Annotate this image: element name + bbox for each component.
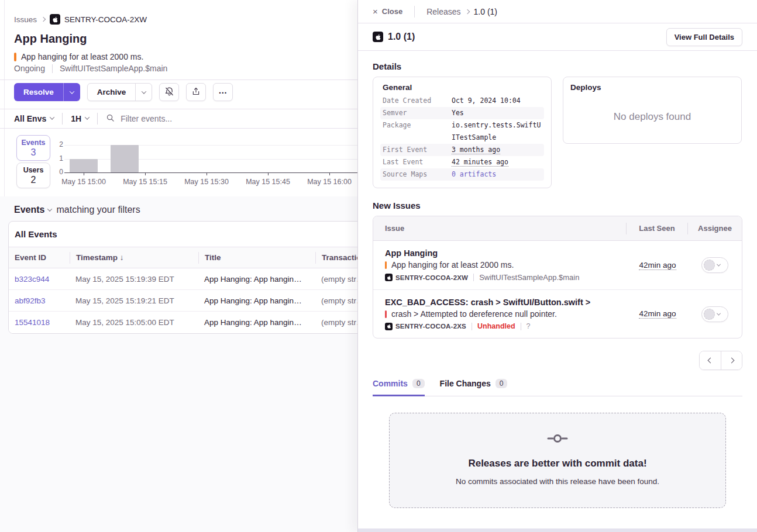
tab-file-changes-count: 0 (496, 379, 508, 388)
release-title-label: 1.0 (1) (388, 32, 415, 42)
event-id-link[interactable]: abf92fb3 (15, 296, 46, 305)
events-dataset-select[interactable]: Events (14, 205, 51, 215)
general-row: Source Maps 0 artifacts (380, 168, 544, 181)
horizontal-scrollbar[interactable] (358, 528, 757, 532)
source-maps-link[interactable]: 0 artifacts (452, 170, 496, 178)
environment-select[interactable]: All Envs (14, 114, 54, 123)
filter-bar: All Envs 1H (14, 110, 296, 127)
unassigned-avatar (704, 260, 715, 271)
divider (0, 128, 357, 129)
breadcrumb-project: SENTRY-COCOA-2XW (50, 14, 147, 25)
new-issues-table: Issue Last Seen Assignee App Hanging App… (373, 216, 742, 338)
last-seen-time: 42min ago (639, 261, 676, 270)
level-indicator-bar (385, 310, 387, 318)
close-button[interactable]: × Close (373, 7, 402, 16)
general-value-last-event: 42 minutes ago (452, 158, 508, 167)
archive-dropdown-button[interactable] (135, 84, 152, 101)
new-issue-row: App Hanging App hanging for at least 200… (373, 241, 742, 290)
issue-transaction: SwiftUITestSampleApp.$main (60, 64, 167, 73)
level-indicator-bar (385, 261, 387, 269)
tab-commits[interactable]: Commits 0 (373, 379, 425, 396)
chevron-right-icon (41, 17, 46, 22)
issue-annotation-line: SENTRY-COCOA-2XW SwiftUITestSampleApp.$m… (385, 273, 627, 282)
event-timestamp: May 15, 2025 15:19:39 EDT (70, 275, 198, 284)
mute-button[interactable] (159, 83, 179, 101)
assignee-dropdown[interactable] (701, 306, 728, 322)
general-key: Semver (383, 107, 452, 119)
apple-platform-icon (50, 14, 60, 25)
general-row: Date Created Oct 9, 2024 10:04 (380, 95, 544, 107)
divider (473, 274, 474, 281)
general-card-title: General (380, 83, 544, 92)
archive-button[interactable]: Archive (88, 84, 136, 101)
column-timestamp[interactable]: Timestamp ↓ (70, 252, 198, 264)
issue-detail-panel: Issues SENTRY-COCOA-2XW App Hanging App … (0, 0, 357, 532)
issue-project: SENTRY-COCOA-2XS (385, 323, 466, 330)
general-row: Semver Yes (380, 107, 544, 119)
unhandled-tag: Unhandled (477, 322, 515, 330)
view-full-details-button[interactable]: View Full Details (666, 28, 742, 46)
share-button[interactable] (186, 83, 206, 101)
column-transaction[interactable]: Transaction (315, 252, 357, 264)
empty-state-title: Releases are better with commit data! (390, 458, 725, 469)
search-icon (106, 113, 115, 124)
column-timestamp-label: Timestamp (76, 253, 118, 262)
divider (52, 64, 53, 73)
event-table-row: 15541018 May 15, 2025 15:05:00 EDT App H… (9, 312, 357, 333)
new-issue-row: EXC_BAD_ACCESS: crash > SwiftUI/Button.s… (373, 290, 742, 338)
column-last-seen: Last Seen (627, 224, 687, 233)
tab-file-changes[interactable]: File Changes 0 (440, 379, 508, 396)
unassigned-avatar (704, 309, 715, 320)
chevron-left-icon (707, 358, 713, 364)
events-stat-card[interactable]: Events 3 (16, 135, 50, 161)
breadcrumb-issues-link[interactable]: Issues (14, 15, 37, 24)
next-page-button[interactable] (721, 351, 742, 369)
issue-toolbar: Resolve Archive … (14, 83, 233, 101)
apple-platform-icon (385, 323, 393, 330)
resolve-button[interactable]: Resolve (14, 83, 64, 101)
last-seen-time: 42min ago (639, 309, 676, 319)
tab-file-changes-label: File Changes (440, 379, 491, 388)
issue-project: SENTRY-COCOA-2XW (385, 274, 468, 281)
general-key: Source Maps (383, 168, 452, 181)
event-timestamp: May 15, 2025 15:05:00 EDT (70, 318, 198, 327)
column-title[interactable]: Title (198, 252, 315, 264)
environment-select-label: All Envs (14, 114, 46, 123)
event-id-link[interactable]: b323c944 (15, 275, 49, 284)
general-key: Package (383, 119, 452, 144)
issue-description: App hanging for at least 2000 ms. (391, 260, 514, 270)
events-bar-chart: 012May 15 15:00May 15 15:15May 15 15:30M… (56, 138, 357, 194)
drawer-body: Details General Date Created Oct 9, 2024… (358, 51, 757, 508)
close-icon: × (373, 7, 378, 16)
chevron-right-icon (729, 358, 735, 364)
general-key: First Event (383, 144, 452, 156)
previous-page-button[interactable] (700, 351, 721, 369)
release-drawer: × Close Releases 1.0 (1) 1.0 (1) View Fu… (357, 0, 757, 532)
issue-level-text: App hanging for at least 2000 ms. (21, 52, 143, 61)
event-id-link[interactable]: 15541018 (15, 318, 50, 327)
resolve-dropdown-button[interactable] (64, 83, 80, 101)
general-key: Last Event (383, 156, 452, 168)
issue-link[interactable]: App Hanging (385, 248, 627, 258)
general-value: Yes (452, 107, 542, 119)
event-transaction: (empty str… (315, 275, 357, 284)
event-title: App Hanging: App hangin… (198, 275, 315, 284)
column-assignee: Assignee (688, 224, 742, 233)
issue-link[interactable]: EXC_BAD_ACCESS: crash > SwiftUI/Button.s… (385, 298, 627, 307)
more-actions-button[interactable]: … (213, 83, 233, 101)
event-table-row: abf92fb3 May 15, 2025 15:19:21 EDT App H… (9, 290, 357, 312)
time-range-select[interactable]: 1H (71, 114, 89, 123)
chevron-right-icon (464, 9, 469, 13)
search-input[interactable] (121, 114, 296, 123)
breadcrumb-project-label: SENTRY-COCOA-2XW (64, 15, 147, 24)
chevron-down-icon (50, 115, 54, 119)
breadcrumb-releases-link[interactable]: Releases (426, 7, 460, 16)
users-stat-card[interactable]: Users 2 (16, 163, 50, 188)
assignee-dropdown[interactable] (701, 257, 728, 273)
issue-description-line: App hanging for at least 2000 ms. (385, 260, 627, 270)
new-issues-heading: New Issues (373, 201, 742, 210)
divider (521, 323, 521, 330)
column-event-id[interactable]: Event ID (9, 253, 70, 262)
events-stat-label: Events (22, 139, 46, 147)
drawer-breadcrumb: Releases 1.0 (1) (426, 7, 497, 16)
